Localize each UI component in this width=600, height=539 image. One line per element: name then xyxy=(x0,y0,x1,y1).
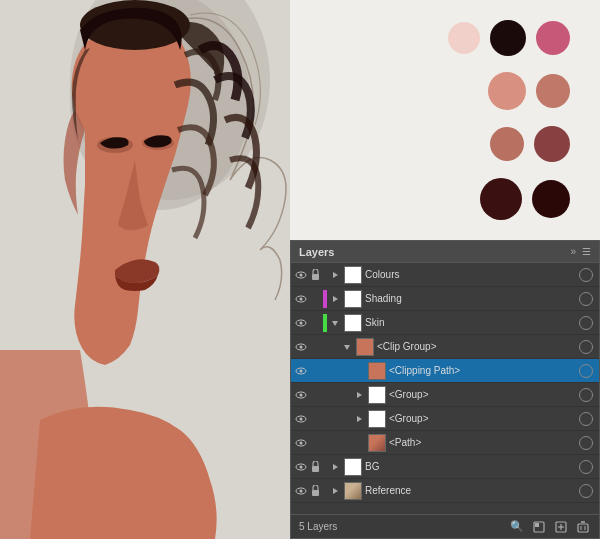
swatch-pink-red[interactable] xyxy=(536,21,570,55)
swatches-area xyxy=(290,0,600,240)
layer-color-strip xyxy=(323,458,327,476)
svg-point-30 xyxy=(300,465,303,468)
swatch-dark-brown[interactable] xyxy=(534,126,570,162)
layer-name: <Clipping Path> xyxy=(389,365,579,376)
svg-point-34 xyxy=(300,489,303,492)
swatch-light-skin[interactable] xyxy=(488,72,526,110)
layer-options-circle[interactable] xyxy=(579,460,593,474)
lock-icon xyxy=(309,437,321,449)
layer-name: <Group> xyxy=(389,413,579,424)
layer-options-circle[interactable] xyxy=(579,364,593,378)
layer-options-circle[interactable] xyxy=(579,388,593,402)
lock-icon xyxy=(309,341,321,353)
lock-icon xyxy=(309,461,321,473)
layer-color-strip xyxy=(347,434,351,452)
layer-row[interactable]: <Clip Group> xyxy=(291,335,599,359)
svg-rect-31 xyxy=(312,466,319,472)
expand-arrow[interactable] xyxy=(353,437,365,449)
layer-thumbnail xyxy=(344,482,362,500)
layer-color-strip xyxy=(347,386,351,404)
visibility-toggle[interactable] xyxy=(293,363,309,379)
swatch-row-3 xyxy=(490,126,570,162)
visibility-toggle[interactable] xyxy=(293,387,309,403)
layer-thumbnail xyxy=(344,314,362,332)
svg-marker-15 xyxy=(332,321,338,326)
layers-panel: Layers » ☰ ColoursShadingSkin<Clip Group… xyxy=(290,240,600,539)
svg-rect-8 xyxy=(312,274,319,280)
new-layer-icon[interactable] xyxy=(553,519,569,535)
layer-row[interactable]: <Path> xyxy=(291,431,599,455)
layer-name: Colours xyxy=(365,269,579,280)
expand-arrow[interactable] xyxy=(353,365,365,377)
layer-row[interactable]: <Group> xyxy=(291,383,599,407)
expand-arrow[interactable] xyxy=(329,485,341,497)
search-icon[interactable]: 🔍 xyxy=(509,519,525,535)
layer-options-circle[interactable] xyxy=(579,412,593,426)
swatch-very-dark-brown[interactable] xyxy=(480,178,522,220)
collapse-icon[interactable]: » xyxy=(570,246,576,257)
expand-arrow[interactable] xyxy=(329,293,341,305)
panel-footer: 5 Layers 🔍 xyxy=(291,514,599,538)
visibility-toggle[interactable] xyxy=(293,435,309,451)
swatch-medium-brown[interactable] xyxy=(490,127,524,161)
svg-marker-9 xyxy=(333,272,338,278)
layer-name: Skin xyxy=(365,317,579,328)
footer-icons: 🔍 xyxy=(509,519,591,535)
lock-icon xyxy=(309,293,321,305)
layer-name: BG xyxy=(365,461,579,472)
visibility-toggle[interactable] xyxy=(293,411,309,427)
expand-arrow[interactable] xyxy=(341,341,353,353)
svg-point-22 xyxy=(300,393,303,396)
layer-options-circle[interactable] xyxy=(579,268,593,282)
visibility-toggle[interactable] xyxy=(293,267,309,283)
layer-row[interactable]: Colours xyxy=(291,263,599,287)
visibility-toggle[interactable] xyxy=(293,291,309,307)
lock-icon xyxy=(309,485,321,497)
swatch-darkest[interactable] xyxy=(532,180,570,218)
layer-row[interactable]: <Clipping Path> xyxy=(291,359,599,383)
layer-name: Reference xyxy=(365,485,579,496)
visibility-toggle[interactable] xyxy=(293,459,309,475)
layer-options-circle[interactable] xyxy=(579,340,593,354)
svg-point-14 xyxy=(300,321,303,324)
svg-rect-35 xyxy=(312,490,319,496)
svg-point-7 xyxy=(300,273,303,276)
layer-thumbnail xyxy=(368,362,386,380)
layer-row[interactable]: Skin xyxy=(291,311,599,335)
layer-row[interactable]: Reference xyxy=(291,479,599,503)
visibility-toggle[interactable] xyxy=(293,483,309,499)
layer-thumbnail xyxy=(344,290,362,308)
layer-row[interactable]: Shading xyxy=(291,287,599,311)
expand-arrow[interactable] xyxy=(329,461,341,473)
layer-name: <Group> xyxy=(389,389,579,400)
lock-icon xyxy=(309,389,321,401)
swatch-mid-skin[interactable] xyxy=(536,74,570,108)
delete-layer-icon[interactable] xyxy=(575,519,591,535)
svg-point-28 xyxy=(300,441,303,444)
swatch-very-dark[interactable] xyxy=(490,20,526,56)
svg-rect-38 xyxy=(535,523,539,527)
expand-arrow[interactable] xyxy=(329,269,341,281)
add-layer-icon[interactable] xyxy=(531,519,547,535)
panel-header-icons: » ☰ xyxy=(570,246,591,257)
visibility-toggle[interactable] xyxy=(293,339,309,355)
layer-name: Shading xyxy=(365,293,579,304)
layers-list: ColoursShadingSkin<Clip Group><Clipping … xyxy=(291,263,599,514)
layer-options-circle[interactable] xyxy=(579,316,593,330)
panel-header: Layers » ☰ xyxy=(291,241,599,263)
swatch-light-pink[interactable] xyxy=(448,22,480,54)
visibility-toggle[interactable] xyxy=(293,315,309,331)
expand-arrow[interactable] xyxy=(353,389,365,401)
expand-arrow[interactable] xyxy=(353,413,365,425)
svg-point-11 xyxy=(300,297,303,300)
canvas-area xyxy=(0,0,290,539)
expand-arrow[interactable] xyxy=(329,317,341,329)
layer-options-circle[interactable] xyxy=(579,292,593,306)
layer-name: <Clip Group> xyxy=(377,341,579,352)
layer-options-circle[interactable] xyxy=(579,484,593,498)
layer-row[interactable]: BG xyxy=(291,455,599,479)
swatch-row-4 xyxy=(480,178,570,220)
layer-row[interactable]: <Group> xyxy=(291,407,599,431)
menu-icon[interactable]: ☰ xyxy=(582,246,591,257)
layer-options-circle[interactable] xyxy=(579,436,593,450)
